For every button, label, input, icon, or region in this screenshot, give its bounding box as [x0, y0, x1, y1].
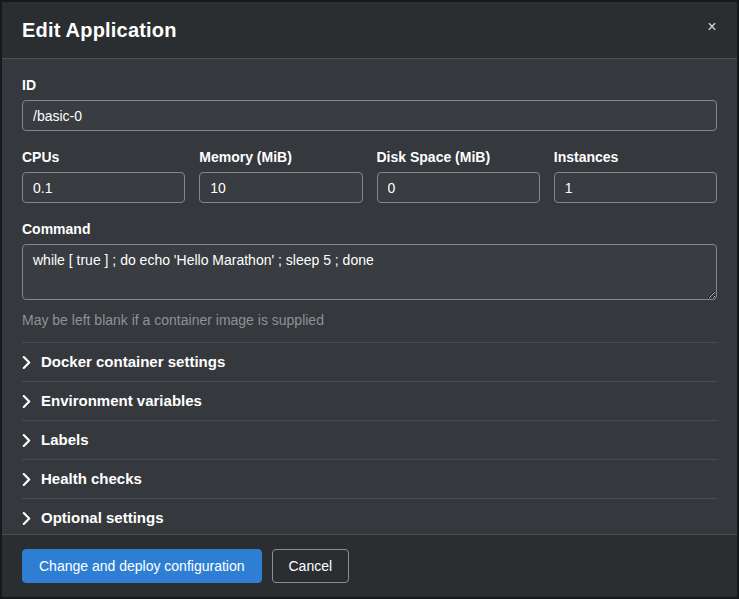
- accordion-sections: Docker container settings Environment va…: [22, 342, 717, 534]
- modal-title: Edit Application: [22, 19, 717, 42]
- command-textarea[interactable]: while [ true ] ; do echo 'Hello Marathon…: [22, 244, 717, 300]
- disk-field-group: Disk Space (MiB): [377, 149, 540, 203]
- id-input[interactable]: [22, 100, 717, 131]
- section-label: Optional settings: [41, 509, 164, 526]
- close-icon[interactable]: ×: [701, 16, 723, 38]
- memory-input[interactable]: [199, 172, 362, 203]
- edit-application-modal: Edit Application × ID CPUs Memory (MiB) …: [0, 0, 739, 599]
- chevron-right-icon: [22, 355, 31, 368]
- section-optional-settings[interactable]: Optional settings: [22, 499, 717, 534]
- instances-input[interactable]: [554, 172, 717, 203]
- cpus-label: CPUs: [22, 149, 185, 165]
- modal-header: Edit Application ×: [2, 2, 737, 59]
- section-label: Labels: [41, 431, 89, 448]
- cpus-input[interactable]: [22, 172, 185, 203]
- change-and-deploy-button[interactable]: Change and deploy configuration: [22, 549, 262, 583]
- instances-label: Instances: [554, 149, 717, 165]
- cpus-field-group: CPUs: [22, 149, 185, 203]
- disk-label: Disk Space (MiB): [377, 149, 540, 165]
- id-label: ID: [22, 77, 717, 93]
- modal-footer: Change and deploy configuration Cancel: [2, 534, 737, 597]
- section-docker-container-settings[interactable]: Docker container settings: [22, 343, 717, 382]
- chevron-right-icon: [22, 511, 31, 524]
- section-labels[interactable]: Labels: [22, 421, 717, 460]
- section-environment-variables[interactable]: Environment variables: [22, 382, 717, 421]
- command-label: Command: [22, 221, 717, 237]
- id-field-group: ID: [22, 77, 717, 131]
- command-help-text: May be left blank if a container image i…: [22, 312, 717, 328]
- modal-body: ID CPUs Memory (MiB) Disk Space (MiB) In…: [2, 59, 737, 534]
- memory-field-group: Memory (MiB): [199, 149, 362, 203]
- section-health-checks[interactable]: Health checks: [22, 460, 717, 499]
- chevron-right-icon: [22, 472, 31, 485]
- memory-label: Memory (MiB): [199, 149, 362, 165]
- section-label: Health checks: [41, 470, 142, 487]
- command-field-group: Command while [ true ] ; do echo 'Hello …: [22, 221, 717, 328]
- resources-row: CPUs Memory (MiB) Disk Space (MiB) Insta…: [22, 149, 717, 203]
- disk-input[interactable]: [377, 172, 540, 203]
- cancel-button[interactable]: Cancel: [272, 549, 350, 583]
- section-label: Docker container settings: [41, 353, 225, 370]
- chevron-right-icon: [22, 433, 31, 446]
- section-label: Environment variables: [41, 392, 202, 409]
- chevron-right-icon: [22, 394, 31, 407]
- instances-field-group: Instances: [554, 149, 717, 203]
